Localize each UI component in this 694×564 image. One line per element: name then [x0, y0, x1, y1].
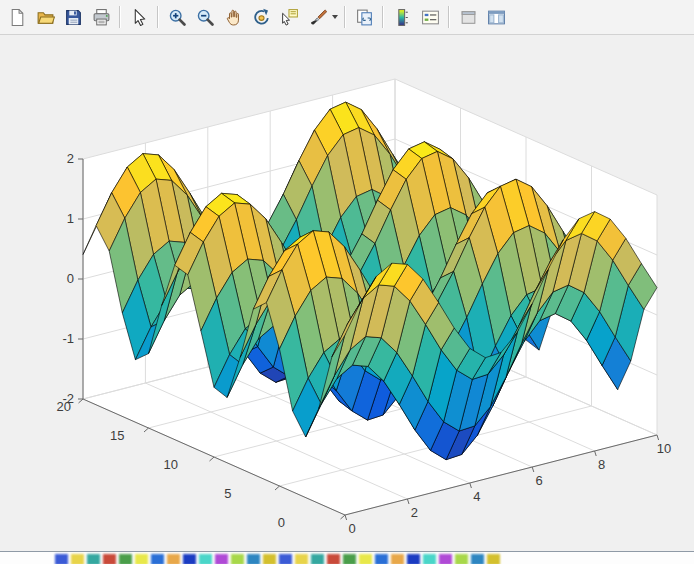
zoom-out-button[interactable] [191, 3, 219, 31]
sliver-color-block [423, 554, 436, 564]
background-window-sliver [0, 551, 694, 564]
link-plot-button[interactable] [350, 3, 378, 31]
open-file-button[interactable] [31, 3, 59, 31]
sliver-color-block [183, 554, 196, 564]
sliver-color-block [295, 554, 308, 564]
rotate-3d-button[interactable] [247, 3, 275, 31]
sliver-color-block [407, 554, 420, 564]
tick-label: 10 [164, 457, 178, 472]
tick-label: 0 [348, 521, 355, 536]
sliver-color-block [487, 554, 500, 564]
new-document-icon [8, 8, 27, 27]
zoom-out-icon [196, 8, 215, 27]
sliver-color-block [103, 554, 116, 564]
sliver-color-block [279, 554, 292, 564]
sliver-color-block [215, 554, 228, 564]
tick-label: -2 [62, 391, 74, 406]
open-folder-icon [36, 8, 55, 27]
insert-legend-button[interactable] [416, 3, 444, 31]
tick-label: 10 [657, 441, 671, 456]
sliver-color-block [343, 554, 356, 564]
brush-button[interactable] [303, 3, 331, 31]
tick-label: 2 [411, 505, 418, 520]
sliver-color-block [119, 554, 132, 564]
brush-button-dropdown[interactable] [329, 4, 340, 30]
tick-label: 1 [67, 211, 74, 226]
sliver-color-block [471, 554, 484, 564]
toolbar-separator [344, 6, 346, 28]
sliver-color-block [199, 554, 212, 564]
printer-icon [92, 8, 111, 27]
show-plot-tools-button[interactable] [482, 3, 510, 31]
sliver-color-block [71, 554, 84, 564]
hide-plot-tools-button[interactable] [454, 3, 482, 31]
data-cursor-button[interactable] [275, 3, 303, 31]
tick-label: 2 [67, 151, 74, 166]
sliver-color-block [455, 554, 468, 564]
sliver-color-block [167, 554, 180, 564]
sliver-color-block [247, 554, 260, 564]
new-figure-button[interactable] [3, 3, 31, 31]
rotate-3d-icon [252, 8, 271, 27]
figure-toolbar [0, 0, 694, 35]
save-figure-button[interactable] [59, 3, 87, 31]
legend-icon [421, 8, 440, 27]
sliver-color-block [439, 554, 452, 564]
sliver-color-block [263, 554, 276, 564]
matlab-figure-window: 024681005101520-2-1012 [0, 0, 694, 564]
sliver-color-block [135, 554, 148, 564]
arrow-cursor-icon [130, 8, 149, 27]
tick-label: 8 [598, 457, 605, 472]
toolbar-separator [382, 6, 384, 28]
pan-button[interactable] [219, 3, 247, 31]
tick-label: 6 [536, 473, 543, 488]
sliver-color-block [327, 554, 340, 564]
sliver-color-block [151, 554, 164, 564]
tick-label: 4 [473, 489, 480, 504]
tick-label: 0 [278, 515, 285, 530]
toolbar-separator [448, 6, 450, 28]
tick-label: 15 [110, 428, 124, 443]
link-plot-icon [355, 8, 374, 27]
sliver-color-block [359, 554, 372, 564]
figure-canvas: 024681005101520-2-1012 [0, 36, 694, 551]
hand-icon [224, 8, 243, 27]
colorbar-icon [393, 8, 412, 27]
data-cursor-icon [280, 8, 299, 27]
sliver-color-block [375, 554, 388, 564]
save-icon [64, 8, 83, 27]
sliver-color-block [231, 554, 244, 564]
sliver-color-block [391, 554, 404, 564]
toolbar-separator [157, 6, 159, 28]
print-figure-button[interactable] [87, 3, 115, 31]
show-plot-tools-icon [487, 8, 506, 27]
tick-label: 5 [224, 486, 231, 501]
hide-plot-tools-icon [459, 8, 478, 27]
tick-label: 0 [67, 271, 74, 286]
insert-colorbar-button[interactable] [388, 3, 416, 31]
zoom-in-icon [168, 8, 187, 27]
brush-icon [308, 8, 327, 27]
toolbar-separator [119, 6, 121, 28]
tick-label: -1 [62, 331, 74, 346]
sliver-color-block [311, 554, 324, 564]
sliver-color-block [55, 554, 68, 564]
caret-down-icon [332, 15, 338, 19]
zoom-in-button[interactable] [163, 3, 191, 31]
surface-plot[interactable]: 024681005101520-2-1012 [0, 36, 694, 551]
sliver-color-block [87, 554, 100, 564]
edit-plot-button[interactable] [125, 3, 153, 31]
